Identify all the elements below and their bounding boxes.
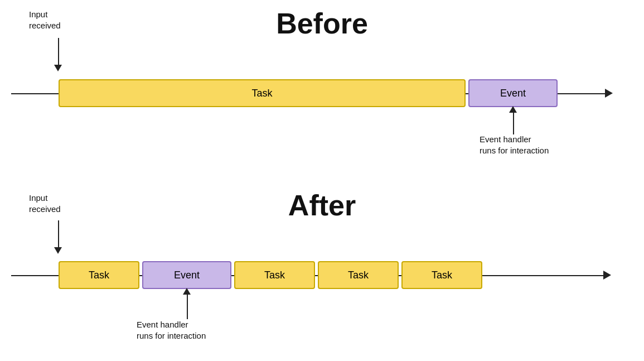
after-event-box: Event — [142, 261, 231, 289]
after-timeline-right — [482, 275, 605, 276]
after-input-arrow-line — [58, 220, 59, 248]
before-event-handler-label: Event handler runs for interaction — [480, 134, 549, 156]
before-title: Before — [276, 7, 368, 40]
before-input-received-label: Input received — [29, 9, 61, 31]
after-task1-box: Task — [59, 261, 139, 289]
after-event-ann-arrowhead — [183, 288, 191, 295]
after-timeline-arrow — [603, 271, 611, 280]
diagram-container: Before Input received Task Event Event h… — [0, 0, 644, 361]
before-event-ann-arrowhead — [509, 106, 517, 113]
after-task4-box: Task — [401, 261, 482, 289]
before-timeline-arrow — [605, 89, 613, 98]
after-input-arrow-head — [54, 247, 62, 254]
after-event-handler-label: Event handler runs for interaction — [137, 319, 206, 341]
after-title: After — [288, 189, 356, 222]
before-task-box: Task — [59, 79, 466, 107]
before-timeline-right — [558, 93, 608, 94]
before-timeline-left — [11, 93, 59, 94]
before-input-arrow-head — [54, 65, 62, 71]
after-timeline-left — [11, 275, 59, 276]
before-event-box: Event — [468, 79, 558, 107]
after-task3-box: Task — [318, 261, 399, 289]
before-input-arrow-line — [58, 38, 59, 66]
after-input-received-label: Input received — [29, 192, 61, 214]
after-event-ann-line — [187, 291, 188, 319]
before-event-ann-line — [513, 109, 514, 134]
after-task2-box: Task — [234, 261, 315, 289]
